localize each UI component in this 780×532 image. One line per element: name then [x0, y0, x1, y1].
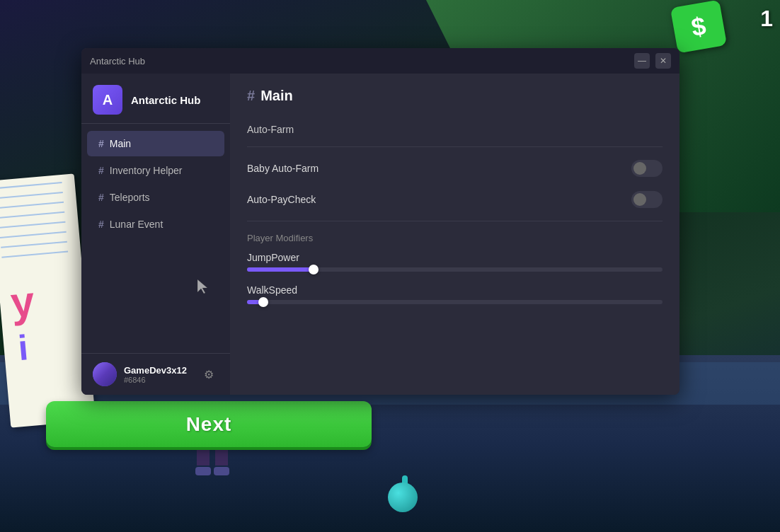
- sidebar-item-inventory-helper[interactable]: # Inventory Helper: [87, 158, 224, 183]
- notepad-lines: [0, 173, 82, 274]
- walk-speed-label: WalkSpeed: [247, 284, 663, 296]
- sidebar-item-dupes[interactable]: # Dupes: [87, 238, 224, 244]
- settings-button[interactable]: ⚙: [199, 364, 219, 384]
- content-title: Main: [260, 88, 293, 104]
- player-modifiers-label: Player Modifiers: [247, 227, 663, 246]
- next-button-label: Next: [186, 413, 232, 436]
- notepad-line: [0, 231, 66, 238]
- user-id: #6846: [124, 376, 192, 384]
- notepad-line: [1, 241, 67, 248]
- jump-power-label: JumpPower: [247, 252, 663, 263]
- left-shoe: [195, 467, 211, 475]
- baby-auto-farm-label: Baby Auto-Farm: [247, 163, 319, 174]
- auto-paycheck-knob: [633, 193, 646, 206]
- notepad-line: [0, 221, 65, 229]
- auto-paycheck-toggle[interactable]: [631, 191, 663, 208]
- content-header: # Main: [247, 88, 663, 104]
- close-icon: ✕: [660, 56, 667, 66]
- cursor: [197, 279, 209, 296]
- sidebar-title: Antarctic Hub: [131, 94, 200, 106]
- sidebar-item-main[interactable]: # Main: [87, 131, 224, 156]
- next-button[interactable]: Next: [46, 401, 372, 447]
- nav-label-teleports: Teleports: [110, 192, 150, 203]
- divider-2: [247, 221, 663, 221]
- dollar-icon: $: [670, 0, 727, 54]
- nav-hash-teleports: #: [98, 192, 104, 203]
- user-name: GameDev3x12: [124, 365, 192, 376]
- cursor-icon: [197, 279, 209, 294]
- sidebar: A Antarctic Hub # Main # Inventory Helpe…: [81, 74, 230, 395]
- divider-1: [247, 146, 663, 147]
- right-shoe: [214, 467, 229, 475]
- user-avatar: [93, 362, 117, 386]
- walk-speed-track[interactable]: [247, 300, 663, 304]
- content-hash: #: [247, 88, 255, 104]
- walk-speed-thumb[interactable]: [258, 297, 268, 307]
- notepad-line: [0, 202, 64, 209]
- notepad-line: [0, 192, 62, 199]
- jump-power-track[interactable]: [247, 267, 663, 272]
- gear-icon: ⚙: [204, 368, 214, 381]
- nav-hash-inventory: #: [98, 165, 104, 176]
- minimize-icon: —: [638, 56, 646, 66]
- close-button[interactable]: ✕: [655, 53, 671, 69]
- main-window: Antarctic Hub — ✕ A Antarctic Hub #: [81, 48, 679, 395]
- jump-power-section: JumpPower: [247, 252, 663, 272]
- auto-farm-label: Auto-Farm: [247, 118, 663, 141]
- dumbbell-ball: [388, 482, 418, 512]
- baby-auto-farm-row: Baby Auto-Farm: [247, 153, 663, 184]
- sidebar-header: A Antarctic Hub: [81, 74, 230, 124]
- cursor-area: [81, 244, 230, 353]
- window-body: A Antarctic Hub # Main # Inventory Helpe…: [81, 74, 679, 395]
- walk-speed-section: WalkSpeed: [247, 284, 663, 304]
- svg-marker-0: [197, 279, 207, 294]
- notepad-letter-i: i: [16, 327, 30, 369]
- avatar-letter: A: [103, 92, 113, 108]
- sidebar-footer: GameDev3x12 #6846 ⚙: [81, 353, 230, 395]
- avatar: A: [93, 85, 122, 115]
- baby-auto-farm-knob: [633, 162, 646, 175]
- nav-label-lunar: Lunar Event: [110, 219, 164, 230]
- baby-auto-farm-toggle[interactable]: [631, 160, 663, 177]
- sidebar-nav: # Main # Inventory Helper # Teleports # …: [81, 124, 230, 244]
- notepad-letter-y: y: [8, 277, 36, 328]
- notepad-line: [0, 212, 64, 219]
- notepad-line: [0, 182, 62, 189]
- jump-power-thumb[interactable]: [309, 265, 319, 274]
- main-content-area: # Main Auto-Farm Baby Auto-Farm Auto-Pay…: [230, 74, 679, 395]
- nav-label-inventory: Inventory Helper: [110, 165, 183, 176]
- sidebar-item-teleports[interactable]: # Teleports: [87, 185, 224, 210]
- window-title: Antarctic Hub: [90, 56, 145, 66]
- window-controls: — ✕: [634, 53, 671, 69]
- jump-power-fill: [247, 267, 314, 272]
- nav-label-main: Main: [110, 138, 131, 149]
- window-titlebar: Antarctic Hub — ✕: [81, 48, 679, 74]
- minimize-button[interactable]: —: [634, 53, 650, 69]
- user-info: GameDev3x12 #6846: [124, 365, 192, 384]
- auto-paycheck-row: Auto-PayCheck: [247, 184, 663, 215]
- user-avatar-image: [93, 362, 117, 386]
- auto-paycheck-label: Auto-PayCheck: [247, 194, 316, 205]
- sidebar-item-lunar-event[interactable]: # Lunar Event: [87, 212, 224, 237]
- nav-hash-main: #: [98, 138, 104, 149]
- number-display: 1: [760, 6, 773, 32]
- notepad-line: [1, 251, 67, 258]
- nav-hash-lunar: #: [98, 219, 104, 230]
